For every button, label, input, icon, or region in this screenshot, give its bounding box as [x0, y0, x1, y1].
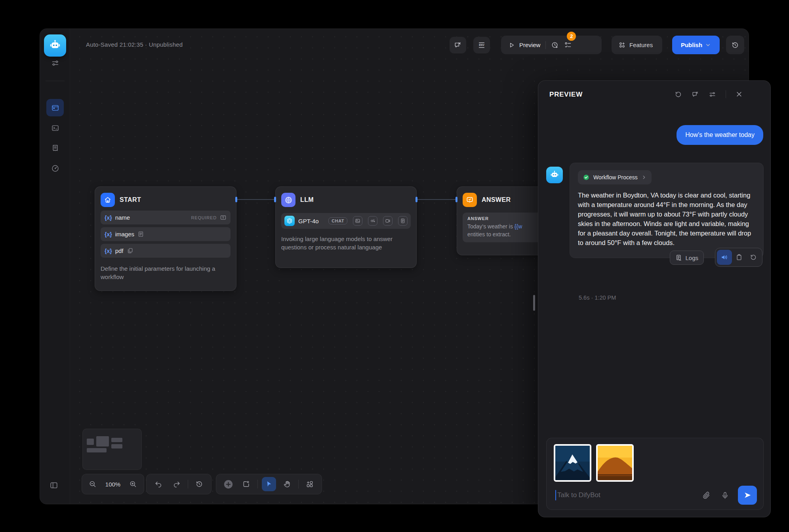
send-icon: [743, 491, 752, 500]
workflow-process-toggle[interactable]: Workflow Process: [578, 170, 652, 184]
canvas-minimap[interactable]: [82, 429, 142, 470]
chat-mode-badge: CHAT: [328, 217, 347, 224]
publish-button[interactable]: Publish: [672, 36, 720, 54]
regenerate-button[interactable]: [746, 250, 760, 265]
svg-text:ENV: ENV: [479, 44, 484, 46]
sliders-icon: [51, 59, 59, 67]
sidebar-item-logs[interactable]: [46, 139, 64, 157]
port-llm-out[interactable]: [415, 197, 417, 202]
bot-avatar: [546, 167, 563, 183]
node-start-description: Define the initial parameters for launch…: [101, 264, 231, 281]
openai-logo-icon: [284, 216, 295, 226]
features-icon: [618, 41, 626, 49]
zoom-toolbar: 100%: [82, 474, 144, 494]
actions-divider: [726, 90, 726, 98]
history-toolbar: [146, 474, 212, 494]
publish-label: Publish: [681, 42, 702, 48]
microphone-icon: [721, 491, 729, 500]
copy-button[interactable]: [732, 250, 746, 265]
run-history-button[interactable]: [551, 41, 559, 49]
port-answer-in[interactable]: [455, 197, 457, 202]
files-type-icon: [127, 247, 133, 254]
preview-run-button[interactable]: Preview: [508, 42, 540, 49]
preview-panel: PREVIEW How's the weather today: [538, 80, 771, 517]
logs-label: Logs: [685, 255, 698, 261]
attached-image-mountain-sunset[interactable]: [596, 444, 634, 482]
clear-chat-button[interactable]: [692, 91, 699, 98]
autosave-status: Auto-Saved 21:02:35 · Unpublished: [86, 41, 183, 48]
port-start-out[interactable]: [235, 197, 237, 202]
start-field-name[interactable]: {x} name REQUIRED: [101, 211, 231, 224]
sidebar-item-monitoring[interactable]: [46, 160, 64, 177]
features-button[interactable]: Features: [612, 36, 662, 54]
sidebar-item-orchestrate[interactable]: [46, 99, 64, 116]
chat-input[interactable]: [557, 491, 692, 499]
env-variables-button[interactable]: ENV: [473, 37, 490, 53]
change-history-button[interactable]: [192, 477, 206, 491]
text-input-type-icon: [220, 214, 227, 221]
port-llm-in[interactable]: [274, 197, 276, 202]
zoom-level[interactable]: 100%: [103, 481, 123, 488]
start-field-images[interactable]: {x} images: [101, 227, 231, 241]
bot-message-text: The weather in Boydton, VA today is clea…: [578, 190, 755, 247]
undo-button[interactable]: [151, 477, 166, 491]
pointer-mode-button[interactable]: [262, 477, 276, 491]
add-node-button[interactable]: [221, 477, 235, 491]
variable-icon: {x}: [105, 231, 112, 238]
screen: Auto-Saved 21:02:35 · Unpublished ENV Pr…: [0, 0, 789, 532]
organize-nodes-button[interactable]: [303, 477, 317, 491]
collapse-sidebar-button[interactable]: [50, 481, 58, 490]
preview-panel-title: PREVIEW: [549, 91, 583, 99]
hand-mode-button[interactable]: [280, 477, 294, 491]
node-start-header: START: [101, 193, 231, 207]
node-start[interactable]: START {x} name REQUIRED {x} images: [95, 186, 236, 291]
attached-image-mountain-night[interactable]: [554, 444, 591, 482]
document-capability-icon: [398, 216, 408, 226]
logs-button[interactable]: Logs: [670, 251, 704, 265]
send-button[interactable]: [738, 486, 757, 505]
paperclip-icon: [702, 491, 711, 500]
checklist-button[interactable]: 2: [564, 41, 572, 49]
answer-bubble-check-icon: [463, 193, 477, 207]
restart-conversation-button[interactable]: [675, 91, 682, 98]
history-icon: [731, 41, 739, 49]
panel-resize-handle[interactable]: [533, 295, 535, 311]
message-tools: [715, 248, 762, 267]
bot-message-card: Workflow Process The weather in Boydton,…: [570, 163, 764, 258]
robot-icon: [48, 39, 62, 52]
collapse-panel-icon: [50, 481, 58, 490]
variable-icon: {x}: [105, 248, 112, 254]
speaker-icon: [720, 253, 728, 261]
app-logo[interactable]: [44, 34, 66, 57]
node-answer-title: ANSWER: [482, 196, 511, 203]
play-icon: [508, 42, 515, 49]
composer-row: [555, 485, 757, 505]
attach-file-button[interactable]: [702, 491, 711, 500]
version-history-button[interactable]: [726, 36, 744, 54]
voice-input-button[interactable]: [721, 491, 729, 500]
robot-icon: [549, 170, 560, 180]
redo-button[interactable]: [170, 477, 184, 491]
llm-model-selector[interactable]: GPT-4o CHAT: [281, 213, 411, 229]
preview-run-label: Preview: [519, 42, 540, 48]
chat-composer: [546, 438, 764, 510]
workflow-settings-button[interactable]: [46, 54, 64, 72]
zoom-in-button[interactable]: [127, 477, 139, 491]
close-panel-button[interactable]: [736, 91, 743, 98]
sidebar-item-terminal[interactable]: [46, 119, 64, 137]
node-llm[interactable]: LLM GPT-4o CHAT: [275, 186, 417, 268]
run-controls-group: Preview 2: [501, 36, 602, 54]
variables-button[interactable]: [450, 37, 466, 53]
zoom-out-button[interactable]: [87, 477, 99, 491]
chevron-right-icon: [641, 175, 647, 180]
preview-panel-actions: [675, 90, 743, 98]
start-field-pdf[interactable]: {x} pdf: [101, 244, 231, 258]
required-badge: REQUIRED: [191, 215, 217, 220]
text-caret: [555, 490, 556, 500]
read-aloud-button[interactable]: [717, 250, 732, 265]
mountain-sunset-image: [598, 446, 632, 480]
add-note-button[interactable]: [239, 477, 253, 491]
gauge-icon: [51, 164, 59, 173]
chat-settings-button[interactable]: [709, 91, 716, 98]
mountain-night-image: [555, 446, 590, 480]
